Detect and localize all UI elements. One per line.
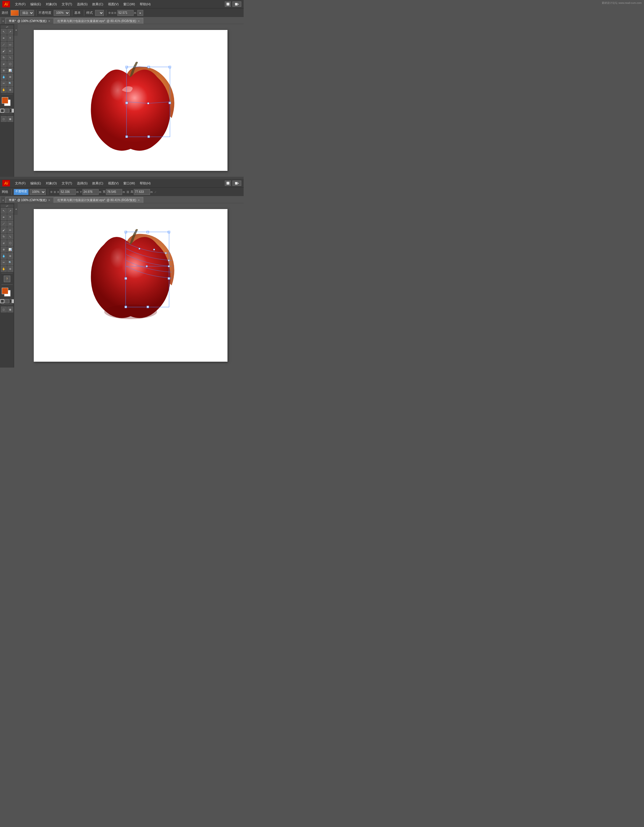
bottom-menu-select[interactable]: 选择(S) xyxy=(75,181,90,186)
bottom-rect-tool[interactable]: ▭ xyxy=(7,221,13,227)
bottom-pencil-tool[interactable]: ✏ xyxy=(7,227,13,233)
menu-effect[interactable]: 效果(C) xyxy=(90,2,105,7)
bottom-rotate-tool[interactable]: ↻ xyxy=(1,234,7,240)
tab-collapse-btn[interactable]: ◂ xyxy=(1,18,5,24)
tab-apple-close[interactable]: ✕ xyxy=(48,20,50,23)
question-mark-tool[interactable]: ? xyxy=(4,276,10,282)
expand-btn[interactable]: ▸ xyxy=(137,10,143,16)
bottom-menu-view[interactable]: 视图(V) xyxy=(106,181,121,186)
stroke-dropdown[interactable]: 描边 xyxy=(20,10,34,16)
panel-top-arrow[interactable]: ▴▾ xyxy=(1,25,14,28)
mesh-node-2[interactable] xyxy=(153,249,155,250)
bottom-gradient-btn[interactable] xyxy=(10,299,14,303)
color-mode-btn[interactable] xyxy=(5,109,9,113)
chart-tool[interactable]: 📊 xyxy=(7,67,13,73)
scissors-tool[interactable]: ✂ xyxy=(1,80,7,86)
bottom-color-mode-btn[interactable] xyxy=(5,299,9,303)
bottom-paintbrush-tool[interactable]: 🖌 xyxy=(1,227,7,233)
stroke-color-swatch[interactable] xyxy=(11,10,19,16)
none-color-btn[interactable] xyxy=(0,109,5,113)
tab-eps[interactable]: 红苹果与果汁包装设计矢量素材.eps* @ 80.41% (RGB/预览) ✕ xyxy=(54,18,143,24)
menu-edit[interactable]: 编辑(E) xyxy=(28,2,43,7)
menu-help[interactable]: 帮助(H) xyxy=(138,2,153,7)
bottom-zoom-tool[interactable]: 🔍 xyxy=(7,259,13,265)
menu-window[interactable]: 窗口(W) xyxy=(121,2,137,7)
line-tool[interactable]: ／ xyxy=(1,42,7,48)
warp-tool[interactable]: ⌀ xyxy=(1,61,7,67)
bottom-tab-apple-close[interactable]: ✕ xyxy=(48,199,50,202)
bezier-handle-mid[interactable] xyxy=(147,103,149,104)
fg-color-swatch[interactable] xyxy=(2,97,8,104)
hand-tool[interactable]: ✋ xyxy=(1,87,7,93)
x-coord-input[interactable] xyxy=(117,10,134,16)
bottom-fg-color-swatch[interactable] xyxy=(2,288,8,294)
pencil-tool[interactable]: ✏ xyxy=(7,48,13,54)
normal-mode-btn[interactable]: ◻ xyxy=(1,116,7,122)
select-tool[interactable]: ↖ xyxy=(1,29,7,34)
pen-tool[interactable]: ✒ xyxy=(1,35,7,41)
bottom-panel-top-arrow[interactable]: ▴▾ xyxy=(1,204,14,207)
bottom-scale-tool[interactable]: ⤡ xyxy=(7,234,13,240)
bottom-y-input[interactable] xyxy=(83,189,98,195)
bottom-w-input[interactable] xyxy=(106,189,122,195)
bottom-tab-eps[interactable]: 红苹果与果汁包装设计矢量素材.eps* @ 80.41% (RGB/预览) ✕ xyxy=(54,197,143,203)
menu-object[interactable]: 对象(O) xyxy=(44,2,59,7)
bottom-menu-object[interactable]: 对象(O) xyxy=(44,181,59,186)
bottom-magnify-tool[interactable]: ⊕ xyxy=(7,266,13,272)
menu-text[interactable]: 文字(T) xyxy=(59,2,74,7)
eyedropper-tool[interactable]: 💧 xyxy=(1,74,7,80)
menu-view[interactable]: 视图(V) xyxy=(106,2,121,7)
tab-eps-close[interactable]: ✕ xyxy=(138,20,140,23)
scale-tool[interactable]: ⤡ xyxy=(7,55,13,61)
mesh-node-3[interactable] xyxy=(165,253,167,254)
bottom-tab-eps-close[interactable]: ✕ xyxy=(138,199,140,202)
free-transform-tool[interactable]: ⬡ xyxy=(7,61,13,67)
bottom-select-tool[interactable]: ↖ xyxy=(1,208,7,214)
bottom-menu-help[interactable]: 帮助(H) xyxy=(138,181,153,186)
bottom-line-tool[interactable]: ／ xyxy=(1,221,7,227)
bottom-pen-tool[interactable]: ✒ xyxy=(1,214,7,220)
draw-mode-btn[interactable]: ▦ xyxy=(7,116,13,122)
bottom-shape-builder-tool[interactable]: ⊕ xyxy=(1,247,7,253)
type-tool[interactable]: T xyxy=(7,35,13,41)
rect-tool[interactable]: ▭ xyxy=(7,42,13,48)
bottom-tab-collapse[interactable]: ◂ xyxy=(1,197,5,203)
bottom-none-color-btn[interactable] xyxy=(0,299,5,303)
bottom-menu-text[interactable]: 文字(T) xyxy=(59,181,74,186)
bottom-warp-tool[interactable]: ⌀ xyxy=(1,240,7,246)
mesh-node-4[interactable] xyxy=(168,260,170,261)
bottom-opacity-select[interactable]: 100% xyxy=(30,189,46,195)
bottom-panel-collapse-left[interactable]: ◂ xyxy=(14,203,18,215)
magnify-tool[interactable]: ⊕ xyxy=(7,87,13,93)
bottom-menu-edit[interactable]: 编辑(E) xyxy=(28,181,43,186)
bottom-chart-tool[interactable]: 📊 xyxy=(7,247,13,253)
gradient-btn[interactable] xyxy=(10,109,14,113)
paintbrush-tool[interactable]: 🖌 xyxy=(1,48,7,54)
rotate-tool[interactable]: ↻ xyxy=(1,55,7,61)
bottom-type-tool[interactable]: T xyxy=(7,214,13,220)
direct-select-tool[interactable]: ↗ xyxy=(7,29,13,34)
opacity-select[interactable]: 100% xyxy=(54,10,70,16)
bottom-menu-window[interactable]: 窗口(W) xyxy=(121,181,137,186)
menu-file[interactable]: 文件(F) xyxy=(13,2,28,7)
bottom-menu-effect[interactable]: 效果(C) xyxy=(90,181,105,186)
bottom-normal-mode-btn[interactable]: ◻ xyxy=(1,306,7,312)
bottom-h-input[interactable] xyxy=(134,189,150,195)
bottom-hand-tool[interactable]: ✋ xyxy=(1,266,7,272)
bottom-draw-mode-btn[interactable]: ▦ xyxy=(7,306,13,312)
menu-select[interactable]: 选择(S) xyxy=(75,2,90,7)
bottom-scissors-tool[interactable]: ✂ xyxy=(1,259,7,265)
blend-tool[interactable]: ⊗ xyxy=(7,74,13,80)
bottom-blend-tool[interactable]: ⊗ xyxy=(7,253,13,259)
bottom-eyedropper-tool[interactable]: 💧 xyxy=(1,253,7,259)
bottom-menu-file[interactable]: 文件(F) xyxy=(13,181,28,186)
bottom-x-input[interactable] xyxy=(59,189,76,195)
bottom-free-transform-tool[interactable]: ⬡ xyxy=(7,240,13,246)
zoom-tool[interactable]: 🔍 xyxy=(7,80,13,86)
bottom-tab-apple[interactable]: 苹果* @ 100% (CMYK/预览) ✕ xyxy=(6,197,54,203)
shape-builder-tool[interactable]: ⊕ xyxy=(1,67,7,73)
mesh-node-1[interactable] xyxy=(139,248,140,250)
tab-apple[interactable]: 苹果* @ 100% (CMYK/预览) ✕ xyxy=(6,18,54,24)
style-select[interactable] xyxy=(95,10,104,16)
panel-collapse-left[interactable]: ◂ xyxy=(14,24,18,36)
